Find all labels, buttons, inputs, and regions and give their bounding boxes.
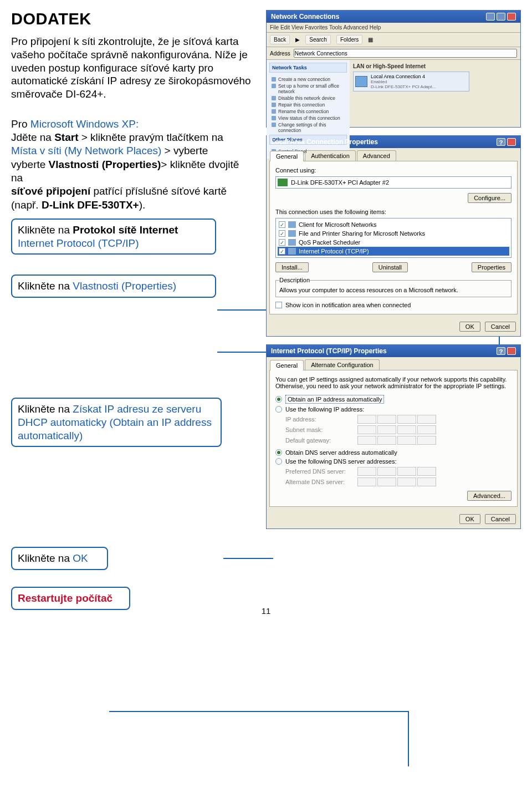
checkbox-icon[interactable]: ✓ <box>279 239 285 246</box>
txt: Klikněte na <box>18 552 73 564</box>
advanced-button[interactable]: Advanced... <box>467 491 511 501</box>
ip-cell <box>377 436 396 445</box>
lac-properties-dialog: Local Area Connection Properties ? Gener… <box>266 135 521 337</box>
ip-cell <box>397 477 416 486</box>
back-button[interactable]: Back <box>270 35 290 44</box>
ip-cell <box>377 425 396 434</box>
toolbar[interactable]: Back ▶ Search Folders ▦ <box>267 33 520 47</box>
adapter-field: D-Link DFE-530TX+ PCI Adapter #2 <box>275 176 511 189</box>
txt: Klikněte na <box>18 280 73 292</box>
task-item[interactable]: View status of this connection <box>272 115 345 121</box>
network-connections-window: Network Connections File Edit View Favor… <box>266 10 521 128</box>
help-icon[interactable]: ? <box>497 347 505 355</box>
ip-cell <box>377 477 396 486</box>
dialog-title: Internet Protocol (TCP/IP) Properties <box>271 347 387 355</box>
adapter-text: D-Link DFE-530TX+ PCI Adapter #2 <box>291 179 389 186</box>
callout-ok: Klikněte na OK <box>11 547 108 570</box>
description-text: Allows your computer to access resources… <box>279 287 458 293</box>
txt: Pro <box>11 118 30 130</box>
cancel-button[interactable]: Cancel <box>485 322 516 332</box>
ip-label: IP address: <box>285 416 357 423</box>
connection-state: Enabled <box>371 79 436 84</box>
task-item[interactable]: Repair this connection <box>272 101 345 108</box>
task-item[interactable]: Set up a home or small office network <box>272 83 345 95</box>
connection-item[interactable]: Local Area Connection 4 Enabled D-Link D… <box>353 72 469 92</box>
obtain-dns-label: Obtain DNS server address automatically <box>285 449 397 456</box>
protocol-icon <box>288 248 296 255</box>
gateway-label: Default gateway: <box>285 437 357 444</box>
network-connection: síťové připojení <box>11 185 90 197</box>
ip-cell <box>357 436 376 445</box>
tcpip-properties-dialog: Internet Protocol (TCP/IP) Properties ? … <box>266 344 521 529</box>
ok-button[interactable]: OK <box>459 514 480 524</box>
titlebar[interactable]: Network Connections <box>267 11 520 23</box>
address-input[interactable] <box>294 49 517 58</box>
os-name: Microsoft Windows XP: <box>30 118 139 130</box>
minimize-icon[interactable] <box>486 13 495 21</box>
service-icon <box>288 239 296 246</box>
checkbox-icon[interactable]: ✓ <box>279 221 285 228</box>
list-item[interactable]: File and Printer Sharing for Microsoft N… <box>299 230 425 237</box>
items-list[interactable]: ✓Client for Microsoft Networks ✓File and… <box>275 218 511 258</box>
ok-button[interactable]: OK <box>459 322 480 332</box>
ip-cell <box>417 415 436 424</box>
task-item[interactable]: Disable this network device <box>272 95 345 101</box>
task-item[interactable]: Change settings of this connection <box>272 121 345 134</box>
checkbox-icon[interactable]: ✓ <box>279 230 285 237</box>
use-ip-label: Use the following IP address: <box>285 406 364 413</box>
intro-paragraph: Pro připojení k síti zkontrolujte, že je… <box>11 35 260 101</box>
ok-link: OK <box>73 552 88 564</box>
ip-cell <box>397 425 416 434</box>
configure-button[interactable]: Configure... <box>468 193 511 203</box>
menu-bar[interactable]: File Edit View Favorites Tools Advanced … <box>267 23 520 33</box>
views-icon[interactable]: ▦ <box>368 37 373 43</box>
close-icon[interactable] <box>507 138 516 146</box>
task-item[interactable]: Rename this connection <box>272 108 345 115</box>
checkbox-icon[interactable] <box>275 302 282 308</box>
ip-cell <box>417 425 436 434</box>
radio-obtain-ip[interactable] <box>275 396 282 403</box>
radio-use-dns[interactable] <box>275 458 282 465</box>
my-network-places: Místa v síti (My Network Places) <box>11 145 161 156</box>
tab-advanced[interactable]: Advanced <box>357 150 396 161</box>
cancel-button[interactable]: Cancel <box>485 514 516 524</box>
window-title: Network Connections <box>271 13 339 21</box>
close-icon[interactable] <box>507 13 516 21</box>
client-icon <box>288 221 296 228</box>
tab-alternate[interactable]: Alternate Configuration <box>305 359 380 370</box>
adapter-name: D-Link DFE-530TX+ <box>42 199 139 211</box>
ip-cell <box>397 436 416 445</box>
properties-link: Vlastnosti (Properties) <box>73 280 176 292</box>
properties-button[interactable]: Properties <box>472 262 511 272</box>
list-item[interactable]: QoS Packet Scheduler <box>299 239 360 246</box>
tab-general[interactable]: General <box>270 151 304 161</box>
install-button[interactable]: Install... <box>275 262 309 272</box>
help-icon[interactable]: ? <box>497 138 505 146</box>
forward-icon[interactable]: ▶ <box>295 37 300 43</box>
description-fieldset: Description Allows your computer to acce… <box>275 277 511 297</box>
close-icon[interactable] <box>507 347 516 355</box>
list-item[interactable]: Client for Microsoft Networks <box>299 221 377 228</box>
search-button[interactable]: Search <box>305 35 331 44</box>
items-label: This connection uses the following items… <box>275 209 511 215</box>
folders-button[interactable]: Folders <box>336 35 362 44</box>
radio-obtain-dns[interactable] <box>275 449 282 456</box>
txt: Klikněte na <box>18 403 73 415</box>
ip-cell <box>377 467 396 476</box>
task-item[interactable]: Create a new connection <box>272 76 345 83</box>
list-item-tcpip[interactable]: Internet Protocol (TCP/IP) <box>299 248 369 255</box>
tcpip-description: You can get IP settings assigned automat… <box>275 376 511 389</box>
subnet-label: Subnet mask: <box>285 426 357 433</box>
ip-cell <box>357 467 376 476</box>
properties-bold: Vlastnosti (Properties) <box>49 159 161 170</box>
txt: > vyberte <box>161 145 208 156</box>
maximize-icon[interactable] <box>497 13 505 21</box>
checkbox-icon[interactable]: ✓ <box>279 248 285 255</box>
address-label: Address <box>270 50 290 57</box>
start-menu: Start <box>54 131 78 143</box>
uninstall-button[interactable]: Uninstall <box>372 262 408 272</box>
txt: Klikněte na <box>18 224 73 236</box>
titlebar[interactable]: Internet Protocol (TCP/IP) Properties ? <box>267 345 520 357</box>
tab-general[interactable]: General <box>270 360 304 370</box>
radio-use-ip[interactable] <box>275 406 282 413</box>
